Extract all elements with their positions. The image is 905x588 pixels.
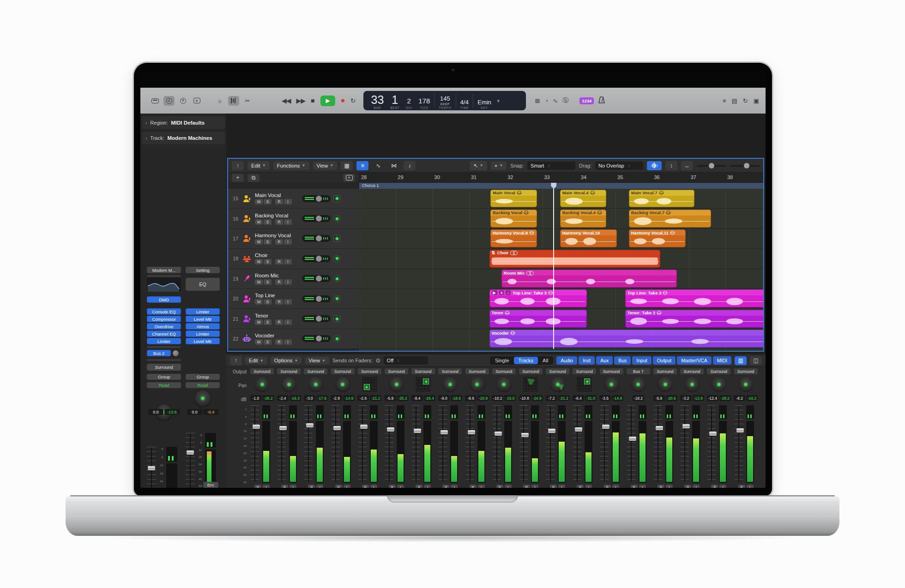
fader-cap[interactable] bbox=[440, 430, 448, 434]
input-button[interactable]: I bbox=[284, 339, 292, 345]
crossfade-icon[interactable]: ⋈ bbox=[388, 161, 400, 170]
input-button[interactable]: I bbox=[284, 239, 292, 245]
track-header[interactable]: 15Main VocalMSRI bbox=[228, 189, 359, 209]
track-lane[interactable]: ▶3∴Top Line: Take 3Top Line: Take 3Top L… bbox=[359, 289, 763, 309]
track-lane[interactable]: Main VocalMain Vocal.4Main Vocal.7Main V… bbox=[359, 189, 763, 209]
fader-cap[interactable] bbox=[575, 427, 582, 432]
channel-fader[interactable] bbox=[493, 405, 501, 483]
output-button[interactable]: Surround bbox=[331, 368, 355, 374]
track-header[interactable]: 22VocoderMSRI bbox=[228, 329, 359, 349]
track-lane[interactable]: TenorTenor: Take 2Tenor: Take 2 bbox=[359, 309, 763, 329]
track-pan-knob[interactable] bbox=[316, 336, 322, 342]
volume-value[interactable]: -12.4 bbox=[707, 395, 718, 401]
region[interactable]: Backing Vocal.7 bbox=[629, 210, 711, 228]
output-button[interactable]: Bus 7 bbox=[627, 368, 650, 374]
output-button[interactable]: Surround bbox=[573, 368, 596, 374]
channel-fader[interactable] bbox=[466, 405, 474, 483]
automation-read-button[interactable]: R bbox=[604, 485, 611, 488]
pan-control[interactable] bbox=[255, 377, 269, 391]
output-button[interactable]: Surround bbox=[519, 368, 543, 374]
pan-control[interactable] bbox=[550, 377, 565, 391]
input-monitor-button[interactable]: I bbox=[290, 485, 296, 488]
volume-value[interactable]: -6.4 bbox=[573, 395, 584, 401]
channel-fader[interactable] bbox=[681, 405, 689, 483]
input-monitor-button[interactable]: I bbox=[639, 485, 646, 488]
input-monitor-indicator[interactable] bbox=[333, 255, 340, 262]
volume-value[interactable]: -3.5 bbox=[599, 395, 611, 401]
channel-fader[interactable] bbox=[385, 405, 393, 483]
fader-cap[interactable] bbox=[602, 425, 609, 429]
region[interactable]: Main Vocal.4 bbox=[560, 190, 607, 208]
plugin-slot-limiter[interactable]: Limiter bbox=[186, 330, 220, 337]
solo-button[interactable]: S bbox=[264, 199, 272, 204]
playhead[interactable] bbox=[553, 183, 554, 349]
stop-button[interactable]: ■ bbox=[311, 97, 314, 104]
automation-read-button[interactable]: R bbox=[281, 485, 288, 488]
gain-slot[interactable] bbox=[147, 275, 181, 277]
forward-button[interactable]: ▶▶ bbox=[296, 97, 306, 104]
input-monitor-button[interactable]: I bbox=[585, 485, 592, 488]
input-monitor-button[interactable]: I bbox=[505, 485, 512, 488]
automation-read-button[interactable]: R bbox=[496, 485, 503, 488]
region-inspector-row[interactable]: › Region: MIDI Defaults bbox=[142, 116, 225, 129]
input-monitor-indicator[interactable] bbox=[333, 275, 340, 282]
input-monitor-button[interactable]: I bbox=[478, 485, 485, 488]
input-monitor-button[interactable]: I bbox=[344, 485, 350, 488]
output-button[interactable]: Surround bbox=[147, 364, 181, 371]
solo-button[interactable]: S bbox=[264, 279, 272, 285]
automation-read-button[interactable]: R bbox=[577, 485, 584, 488]
fader-cap[interactable] bbox=[306, 423, 314, 427]
fader-cap[interactable] bbox=[279, 426, 287, 430]
region[interactable]: Top Line: Take 3 bbox=[625, 289, 764, 307]
input-monitor-button[interactable]: I bbox=[747, 485, 754, 488]
group-button[interactable]: Group bbox=[186, 374, 220, 380]
output-button[interactable]: Surround bbox=[304, 368, 327, 374]
channel-fader[interactable] bbox=[519, 405, 528, 483]
send-button[interactable]: Bus 2 bbox=[147, 350, 171, 356]
pan-control[interactable] bbox=[282, 377, 296, 391]
pan-control[interactable] bbox=[389, 377, 404, 391]
fader-cap[interactable] bbox=[521, 433, 529, 437]
input-monitor-button[interactable]: I bbox=[558, 485, 565, 488]
plugin-slot-level-mtr[interactable]: Level Mtr bbox=[186, 316, 220, 322]
horizontal-zoom-slider[interactable] bbox=[730, 162, 760, 169]
volume-fader[interactable] bbox=[186, 433, 195, 488]
record-button[interactable]: R bbox=[275, 259, 283, 264]
editors-button[interactable]: ✂ bbox=[242, 96, 253, 106]
track-pan-knob[interactable] bbox=[316, 296, 322, 302]
fader-cap[interactable] bbox=[148, 466, 155, 470]
record-button[interactable]: R bbox=[275, 199, 283, 204]
output-button[interactable]: Surround bbox=[546, 368, 569, 374]
mute-button[interactable]: M bbox=[255, 279, 263, 285]
pan-control[interactable] bbox=[443, 377, 457, 391]
pan-control[interactable] bbox=[308, 377, 323, 391]
track-lane[interactable]: Backing VocalBacking Vocal.4Backing Voca… bbox=[359, 209, 763, 228]
track-pan-knob[interactable] bbox=[316, 316, 322, 322]
fader-cap[interactable] bbox=[253, 425, 260, 429]
rewind-button[interactable]: ◀◀ bbox=[282, 97, 291, 104]
eq-slot-button[interactable]: EQ bbox=[186, 278, 220, 291]
channel-fader[interactable] bbox=[600, 405, 609, 483]
region[interactable]: Backing Vocal bbox=[490, 210, 537, 228]
grid-view-button[interactable]: ▦ bbox=[341, 161, 353, 170]
solo-button[interactable]: S bbox=[264, 339, 272, 345]
track-lane[interactable]: ⇅Choir⇅Choir.1 bbox=[359, 249, 763, 269]
input-monitor-button[interactable]: I bbox=[666, 485, 673, 488]
count-in-badge[interactable]: 1234 bbox=[579, 97, 594, 104]
snap-dropdown[interactable]: Smart↕ bbox=[527, 162, 575, 170]
automation-button[interactable]: Read bbox=[186, 382, 220, 388]
record-button[interactable]: R bbox=[275, 239, 283, 245]
mute-button[interactable]: M bbox=[255, 219, 263, 225]
fader-cap[interactable] bbox=[736, 428, 744, 432]
pan-control[interactable] bbox=[497, 377, 511, 391]
automation-read-button[interactable]: R bbox=[658, 485, 664, 488]
solo-button[interactable]: S bbox=[264, 219, 272, 225]
volume-value[interactable]: -2.4 bbox=[277, 395, 289, 401]
automation-button[interactable]: Read bbox=[147, 382, 181, 388]
bar-ruler[interactable]: 2829303132333435363738 bbox=[359, 173, 763, 183]
plugin-slot-atmos[interactable]: Atmos bbox=[186, 323, 220, 330]
automation-icon[interactable]: ∿ bbox=[372, 161, 384, 170]
channel-fader[interactable] bbox=[627, 405, 635, 483]
fader-cap[interactable] bbox=[656, 426, 663, 430]
input-button[interactable]: I bbox=[284, 259, 292, 264]
